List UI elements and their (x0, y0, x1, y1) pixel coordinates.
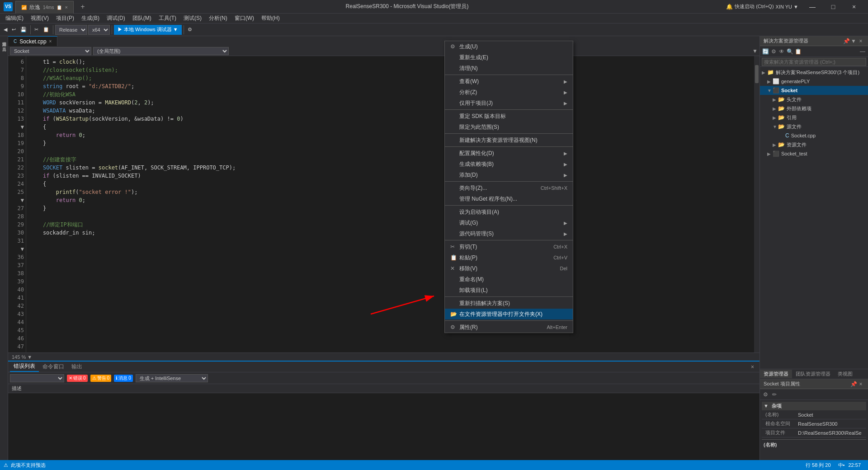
toolbar-save-btn[interactable]: 💾 (19, 26, 28, 33)
build-filter-select[interactable]: 生成 + IntelliSense (136, 374, 208, 382)
user-name: XIN YU ▼ (776, 4, 798, 9)
cm-item-props[interactable]: ⚙ 属性(R) Alt+Enter (445, 322, 573, 333)
cm-item-debug[interactable]: 调试(G) ▶ (445, 217, 573, 228)
menu-item-window[interactable]: 窗口(W) (231, 14, 258, 23)
cm-item-nuget[interactable]: 管理 NuGet 程序包(N)... (445, 193, 573, 204)
tree-resources[interactable]: ▶ 📂 资源文件 (760, 140, 868, 149)
cm-item-retagsdk[interactable]: 重定 SDK 版本目标 (445, 111, 573, 122)
out-tab-output[interactable]: 输出 (68, 362, 86, 371)
toolbar-copy-btn[interactable]: 📋 (41, 26, 51, 33)
menu-item-view[interactable]: 视图(V) (27, 14, 52, 23)
side-tab-tools[interactable]: 工具箱 (0, 42, 8, 47)
cm-item-build[interactable]: ⚙ 生成(U) (445, 41, 573, 52)
tab-close[interactable]: × (65, 5, 67, 10)
error-badge: ✕ 错误 0 (67, 375, 88, 382)
se-search-input[interactable] (762, 58, 866, 66)
toolbar-cut-btn[interactable]: ✂ (33, 26, 40, 33)
toolbar-more[interactable]: ⚙ (186, 26, 194, 33)
out-tab-errors[interactable]: 错误列表 (10, 362, 39, 372)
tree-headers[interactable]: ▶ 📂 头文件 (760, 95, 868, 104)
error-count-value: 0 (83, 376, 86, 381)
config-select[interactable]: Release Debug (55, 25, 87, 35)
side-tab-se[interactable]: 解决方案资源管理器 (0, 36, 8, 42)
tree-project-socket[interactable]: ▼ ⬛ Socket (760, 86, 868, 95)
menu-item-project[interactable]: 项目(P) (52, 14, 78, 23)
cm-item-view[interactable]: 查看(W) ▶ (445, 76, 573, 87)
se-close-btn[interactable]: × (857, 38, 864, 45)
se-btab-class[interactable]: 类视图 (834, 370, 856, 378)
zoom-level[interactable]: 145 % ▼ (12, 354, 32, 360)
cm-item-rename[interactable]: 重命名(M) (445, 274, 573, 285)
cm-item-remove[interactable]: ✕ 移除(V) Del (445, 263, 573, 274)
pp-pin-btn[interactable]: 📌 (850, 381, 857, 388)
se-props-btn[interactable]: ⚙ (770, 48, 777, 55)
tree-sources[interactable]: ▼ 📂 源文件 (760, 122, 868, 131)
tree-external[interactable]: ▶ 📂 外部依赖项 (760, 104, 868, 113)
se-pending-btn[interactable]: 📋 (794, 48, 802, 55)
output-filter-select[interactable]: 整个解决方案 (10, 374, 64, 382)
menu-item-edit[interactable]: 编辑(E) (2, 14, 27, 23)
browser-tab[interactable]: 📶 欣逸 14ms 📋 × (15, 1, 74, 14)
minimize-btn[interactable]: — (802, 0, 823, 14)
menu-item-test[interactable]: 测试(S) (180, 14, 205, 23)
menu-item-tools[interactable]: 工具(T) (155, 14, 180, 23)
out-tab-cmd[interactable]: 命令窗口 (39, 362, 68, 371)
cm-item-paste[interactable]: 📋 粘贴(P) Ctrl+V (445, 252, 573, 263)
se-sync-btn[interactable]: 🔄 (762, 48, 769, 55)
tree-solution[interactable]: ▶ 📁 解决方案'RealSenseSR300'(3 个项目) (760, 68, 868, 77)
cm-item-setstartup[interactable]: 设为启动项目(A) (445, 207, 573, 217)
cm-item-rebuild[interactable]: 重新生成(E) (445, 52, 573, 63)
cm-item-clean[interactable]: 清理(N) (445, 63, 573, 74)
se-btab-team[interactable]: 团队资源管理器 (792, 370, 834, 378)
editor-tab-socket[interactable]: C Socket.cpp × (8, 36, 57, 46)
search-quick[interactable]: 快速启动 (Ctrl+Q) (735, 3, 774, 10)
toolbar-undo-btn[interactable]: ↩ (10, 26, 18, 33)
pp-close-btn[interactable]: × (857, 381, 864, 388)
code-content[interactable]: t1 = clock(); //closesocket(slisten); //… (26, 56, 754, 352)
new-tab-btn[interactable]: + (77, 1, 88, 12)
se-collapse-btn[interactable]: ▼ (850, 38, 857, 45)
nav-scope-select[interactable]: (全局范围) (93, 47, 229, 55)
nav-context-select[interactable]: Socket (10, 47, 91, 55)
cm-item-cut[interactable]: ✂ 剪切(T) Ctrl+X (445, 241, 573, 252)
close-btn[interactable]: × (844, 0, 864, 14)
tree-socket-test[interactable]: ▶ ⬛ Socket_test (760, 149, 868, 158)
pp-sort-btn[interactable]: ⚙ (762, 391, 769, 398)
cm-item-builddeps[interactable]: 生成依赖项(B) ▶ (445, 159, 573, 169)
cm-item-limitscope[interactable]: 限定为此范围(S) (445, 122, 573, 132)
output-close-btn[interactable]: × (747, 364, 758, 370)
cm-item-analyze[interactable]: 分析(Z) ▶ (445, 87, 573, 98)
menu-item-help[interactable]: 帮助(H) (258, 14, 283, 23)
cm-item-srcctrl[interactable]: 源代码管理(S) ▶ (445, 228, 573, 239)
tree-project-generate[interactable]: ▶ ⬜ generatePLY (760, 77, 868, 86)
tree-socket-cpp[interactable]: C Socket.cpp (760, 131, 868, 140)
se-showall-btn[interactable]: 👁 (778, 48, 785, 55)
cm-item-onlyproject[interactable]: 仅用于项目(J) ▶ (445, 98, 573, 108)
pp-filter-btn[interactable]: ✏ (771, 391, 778, 398)
cm-item-add[interactable]: 添加(D) ▶ (445, 169, 573, 180)
menu-item-team[interactable]: 团队(M) (129, 14, 155, 23)
code-editor[interactable]: 678910111213 ▼ 1819202122232425 ▼ 272829… (8, 56, 760, 352)
cm-item-configprop[interactable]: 配置属性化(D) ▶ (445, 148, 573, 159)
cm-item-rescan[interactable]: 重新扫描解决方案(S) (445, 298, 573, 309)
se-btab-se[interactable]: 资源管理器 (760, 370, 792, 378)
cm-item-classwiz[interactable]: 类向导(Z)... Ctrl+Shift+X (445, 183, 573, 193)
tree-refs[interactable]: ▶ 📂 引用 (760, 113, 868, 122)
menu-item-analyze[interactable]: 分析(N) (205, 14, 231, 23)
run-button[interactable]: ▶ 本地 Windows 调试器 ▼ (114, 25, 182, 35)
platform-select[interactable]: x64 x86 (88, 25, 110, 35)
se-pin-btn[interactable]: 📌 (843, 38, 850, 45)
editor-scrollbar-v[interactable] (754, 56, 760, 352)
toolbar-back-btn[interactable]: ◀ (2, 26, 9, 33)
se-collapse-all-btn[interactable]: — (859, 48, 866, 55)
cm-item-openfolder[interactable]: 📂 在文件资源管理器中打开文件夹(X) (445, 309, 573, 320)
maximize-btn[interactable]: □ (823, 0, 844, 14)
menu-item-build[interactable]: 生成(B) (78, 14, 103, 23)
cm-rescan-label: 重新扫描解决方案(S) (459, 300, 567, 307)
cm-item-newview[interactable]: 新建解决方案资源管理器视图(N) (445, 135, 573, 146)
tab-close-socket[interactable]: × (49, 39, 52, 44)
socket-arrow: ▼ (767, 88, 773, 93)
se-filter-btn[interactable]: 🔍 (786, 48, 793, 55)
menu-item-debug[interactable]: 调试(D) (103, 14, 129, 23)
cm-item-unload[interactable]: 卸载项目(L) (445, 285, 573, 296)
